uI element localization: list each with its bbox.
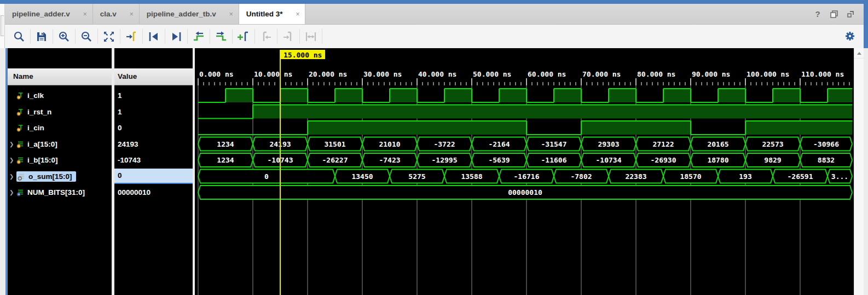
signal-value-o_sum-15-0-: 0 xyxy=(114,169,193,184)
signal-row-i_rst_n[interactable]: i_rst_n xyxy=(8,105,112,119)
zoom-fit-button[interactable] xyxy=(101,29,117,44)
next-edge-button[interactable] xyxy=(213,29,229,44)
bus-value-label: -5639 xyxy=(488,156,510,164)
help-icon[interactable]: ? xyxy=(812,9,823,20)
bus-value-label: 20165 xyxy=(707,140,728,148)
wave-canvas-panel[interactable]: 0.000 ns10.000 ns20.000 ns30.000 ns40.00… xyxy=(195,48,854,295)
wave-i_rst_n[interactable] xyxy=(198,105,852,119)
wave-i_a-15-0-[interactable]: 1234241933150121010-3722-2164-3154729303… xyxy=(198,137,852,151)
toolbar-separator xyxy=(277,29,277,44)
expand-arrow-icon[interactable]: ❯ xyxy=(8,173,16,180)
cursor-time-label: 15.000 ns xyxy=(283,51,322,59)
add-marker-button[interactable] xyxy=(236,29,251,44)
bus-value-label: 193 xyxy=(739,172,751,181)
wave-canvas[interactable]: 0.000 ns10.000 ns20.000 ns30.000 ns40.00… xyxy=(195,48,854,295)
wave-i_clk[interactable] xyxy=(198,89,852,102)
zoom-out-button[interactable] xyxy=(79,29,94,44)
bus-value-label: -11606 xyxy=(541,156,567,164)
expand-arrow-icon[interactable]: ❯ xyxy=(8,157,16,163)
toolbar-separator xyxy=(210,29,210,44)
zoom-in-button[interactable] xyxy=(56,29,72,44)
tab-untitled-3-[interactable]: Untitled 3*× xyxy=(239,4,306,24)
toolbar-separator xyxy=(187,29,188,44)
scrollbar-up-button[interactable] xyxy=(854,48,864,59)
float-window-icon[interactable] xyxy=(829,9,840,20)
signal-value-panel: Value 11024193-10743000000010 xyxy=(114,48,193,295)
signal-name-label: i_clk xyxy=(27,91,44,100)
wave-i_cin[interactable] xyxy=(198,121,852,135)
signal-name-label: i_b[15:0] xyxy=(27,156,58,164)
tab-label: pipeline_adder_tb.v xyxy=(147,10,216,18)
previous-transition-button[interactable] xyxy=(146,29,161,44)
signal-row-i_clk[interactable]: i_clk xyxy=(8,89,112,102)
bus-value-label: 00000010 xyxy=(508,188,542,196)
tab-close-icon[interactable]: × xyxy=(130,10,134,18)
bus-value-label: 1234 xyxy=(217,140,234,148)
signal-value-label: 1 xyxy=(118,91,122,100)
save-wave-config-button[interactable] xyxy=(34,29,49,44)
maximize-window-icon[interactable] xyxy=(845,9,856,20)
axis-tick-label: 60.000 ns xyxy=(528,70,566,78)
signal-row-o_sum-15-0-[interactable]: ❯o_sum[15:0] xyxy=(8,170,112,183)
tab-pipeline-adder-v[interactable]: pipeline_adder.v× xyxy=(5,4,93,24)
bus-value-label: 18780 xyxy=(707,156,728,164)
toolbar-separator xyxy=(142,29,143,44)
signal-value-label: 0 xyxy=(118,124,122,132)
signal-value-label: -10743 xyxy=(118,156,141,164)
selected-signal-highlight: o_sum[15:0] xyxy=(16,171,76,182)
value-column-header[interactable]: Value xyxy=(114,68,193,85)
find-button[interactable] xyxy=(11,29,27,44)
expand-arrow-icon[interactable]: ❯ xyxy=(8,141,16,147)
wave-o_sum-15-0-[interactable]: 013450527513588-16716-78022238318570193-… xyxy=(198,170,852,183)
bus-value-label: -7423 xyxy=(379,156,400,164)
axis-tick-label: 100.000 ns xyxy=(747,70,789,78)
bus-value-label: 3... xyxy=(831,172,848,181)
tab-close-icon[interactable]: × xyxy=(83,10,87,18)
signal-value-i_a-15-0-: 24193 xyxy=(114,137,193,151)
signal-value-label: 00000010 xyxy=(118,188,151,196)
bus-value-label: 8832 xyxy=(818,156,835,164)
settings-gear-icon[interactable] xyxy=(843,29,857,43)
bus-value-label: -12995 xyxy=(432,156,458,164)
bus-value-label: -31547 xyxy=(541,140,567,148)
bus-value-label: -16716 xyxy=(514,172,540,181)
tab-cla-v[interactable]: cla.v× xyxy=(93,4,140,24)
signal-name-label: o_sum[15:0] xyxy=(28,172,72,181)
signal-row-i_cin[interactable]: i_cin xyxy=(8,121,112,135)
next-marker-button[interactable] xyxy=(281,29,296,44)
swap-cursors-button[interactable] xyxy=(303,29,319,44)
signal-row-i_a-15-0-[interactable]: ❯i_a[15:0] xyxy=(8,137,112,151)
bus-value-label: 13450 xyxy=(351,172,373,181)
wave-num_bits-31-0-[interactable]: 00000010 xyxy=(198,186,852,199)
toolbar-separator xyxy=(120,29,120,44)
toolbar-separator xyxy=(165,29,165,44)
tab-label: Untitled 3* xyxy=(246,10,283,18)
vertical-scrollbar[interactable] xyxy=(854,48,864,295)
signal-name-panel: Name i_clki_rst_ni_cin❯i_a[15:0]❯i_b[15:… xyxy=(8,48,112,295)
tab-close-icon[interactable]: × xyxy=(296,10,299,18)
signal-name-label: i_cin xyxy=(27,124,44,132)
bus-value-label: 29303 xyxy=(598,140,619,148)
vivado-waveform-window: { "tabs": [ {"label": "pipeline_adder.v"… xyxy=(0,0,868,295)
tab-close-icon[interactable]: × xyxy=(229,10,233,18)
tab-pipeline-adder-tb-v[interactable]: pipeline_adder_tb.v× xyxy=(140,4,239,24)
previous-edge-button[interactable] xyxy=(191,29,206,44)
chevron-up-icon xyxy=(857,52,861,55)
bus-value-label: -3722 xyxy=(433,140,455,148)
name-column-header[interactable]: Name xyxy=(8,68,112,85)
expand-arrow-icon[interactable]: ❯ xyxy=(8,189,16,195)
signal-row-num_bits-31-0-[interactable]: ❯NUM_BITS[31:0] xyxy=(8,186,112,199)
signal-name-label: i_rst_n xyxy=(27,108,51,116)
bus-value-label: -26227 xyxy=(322,156,348,164)
previous-marker-button[interactable] xyxy=(258,29,274,44)
bus-value-label: -26930 xyxy=(651,156,676,164)
zoom-to-cursor-button[interactable] xyxy=(124,29,139,44)
signal-value-label: 1 xyxy=(118,108,122,116)
toolbar-separator xyxy=(53,29,53,44)
wave-i_b-15-0-[interactable]: 1234-10743-26227-7423-12995-5639-11606-1… xyxy=(198,153,852,167)
next-transition-button[interactable] xyxy=(169,29,184,44)
signal-row-i_b-15-0-[interactable]: ❯i_b[15:0] xyxy=(8,153,112,167)
toolbar-separator xyxy=(30,29,31,44)
toolbar-separator xyxy=(299,29,300,44)
signal-value-i_rst_n: 1 xyxy=(114,105,193,119)
